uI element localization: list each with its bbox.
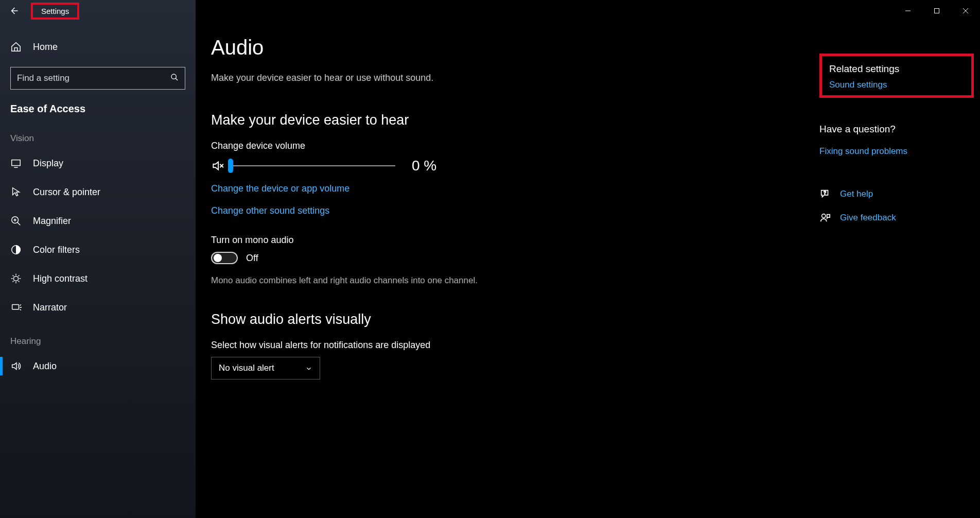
volume-slider-row: 0 % — [211, 158, 602, 174]
mono-audio-toggle[interactable] — [211, 252, 238, 264]
search-field[interactable] — [17, 73, 154, 83]
mono-audio-label: Turn on mono audio — [211, 235, 602, 246]
sidebar: Home Ease of Access Vision Display Curso… — [0, 0, 196, 518]
give-feedback-row[interactable]: Give feedback — [819, 212, 974, 223]
page-title: Audio — [211, 36, 602, 59]
svg-point-8 — [822, 214, 826, 218]
category-heading: Ease of Access — [0, 94, 196, 119]
volume-value: 0 % — [412, 158, 436, 174]
svg-text:?: ? — [824, 191, 826, 195]
link-fixing-sound-problems[interactable]: Fixing sound problems — [819, 146, 907, 156]
toggle-knob — [214, 254, 222, 262]
window-controls — [894, 0, 980, 22]
magnifier-icon — [10, 215, 22, 227]
feedback-icon — [819, 212, 831, 223]
get-help-link[interactable]: Get help — [840, 189, 873, 199]
home-label: Home — [33, 42, 58, 53]
svg-rect-6 — [12, 305, 19, 309]
section-easier-to-hear: Make your device easier to hear — [211, 112, 602, 128]
window-title: Settings — [31, 3, 79, 20]
minimize-button[interactable] — [894, 0, 922, 22]
sidebar-item-label: Display — [33, 158, 63, 169]
sidebar-item-label: Cursor & pointer — [33, 187, 100, 198]
search-icon — [170, 73, 179, 83]
group-vision: Vision — [0, 119, 196, 149]
volume-label: Change device volume — [211, 141, 602, 151]
sidebar-item-label: Magnifier — [33, 216, 71, 227]
link-other-sound-settings[interactable]: Change other sound settings — [211, 205, 602, 216]
sidebar-item-display[interactable]: Display — [0, 149, 196, 178]
svg-rect-2 — [12, 160, 21, 166]
sidebar-item-narrator[interactable]: Narrator — [0, 293, 196, 322]
home-icon — [10, 41, 22, 53]
sidebar-item-label: Narrator — [33, 302, 67, 313]
get-help-row[interactable]: ? Get help — [819, 188, 974, 200]
svg-point-5 — [13, 276, 18, 281]
main-content: Audio Make your device easier to hear or… — [196, 0, 980, 518]
right-rail: Related settings Sound settings Have a q… — [819, 54, 974, 223]
mono-description: Mono audio combines left and right audio… — [211, 275, 602, 286]
link-sound-settings[interactable]: Sound settings — [829, 80, 887, 90]
chevron-down-icon — [305, 365, 312, 372]
related-settings-heading: Related settings — [829, 63, 964, 75]
sidebar-item-label: Color filters — [33, 245, 80, 255]
svg-rect-0 — [935, 9, 939, 13]
related-settings-box: Related settings Sound settings — [819, 54, 974, 98]
home-nav[interactable]: Home — [0, 33, 196, 61]
sidebar-item-color-filters[interactable]: Color filters — [0, 235, 196, 264]
give-feedback-link[interactable]: Give feedback — [840, 213, 896, 223]
link-device-app-volume[interactable]: Change the device or app volume — [211, 183, 602, 194]
visual-alerts-label: Select how visual alerts for notificatio… — [211, 340, 602, 351]
visual-alert-dropdown[interactable]: No visual alert — [211, 357, 320, 379]
sidebar-item-label: Audio — [33, 361, 57, 372]
close-button[interactable] — [951, 0, 980, 22]
dropdown-value: No visual alert — [219, 363, 274, 373]
high-contrast-icon — [10, 273, 22, 284]
help-icon: ? — [819, 188, 831, 200]
group-hearing: Hearing — [0, 322, 196, 352]
volume-slider[interactable] — [231, 165, 395, 166]
cursor-icon — [10, 186, 22, 198]
audio-icon — [10, 360, 22, 372]
sidebar-item-high-contrast[interactable]: High contrast — [0, 264, 196, 293]
svg-point-1 — [171, 74, 176, 79]
section-visual-alerts: Show audio alerts visually — [211, 312, 602, 327]
have-question-heading: Have a question? — [819, 124, 974, 135]
search-input[interactable] — [10, 67, 185, 90]
page-subtitle: Make your device easier to hear or use w… — [211, 73, 602, 83]
maximize-button[interactable] — [922, 0, 951, 22]
sidebar-item-magnifier[interactable]: Magnifier — [0, 206, 196, 235]
sidebar-item-cursor[interactable]: Cursor & pointer — [0, 178, 196, 206]
sidebar-item-label: High contrast — [33, 273, 87, 284]
back-icon[interactable] — [9, 6, 19, 15]
display-icon — [10, 158, 22, 169]
title-bar: Settings — [0, 0, 980, 22]
narrator-icon — [10, 302, 22, 313]
color-filters-icon — [10, 244, 22, 255]
mono-toggle-state: Off — [246, 253, 258, 264]
volume-mute-icon — [211, 159, 224, 172]
slider-thumb[interactable] — [228, 159, 233, 173]
sidebar-item-audio[interactable]: Audio — [0, 352, 196, 381]
